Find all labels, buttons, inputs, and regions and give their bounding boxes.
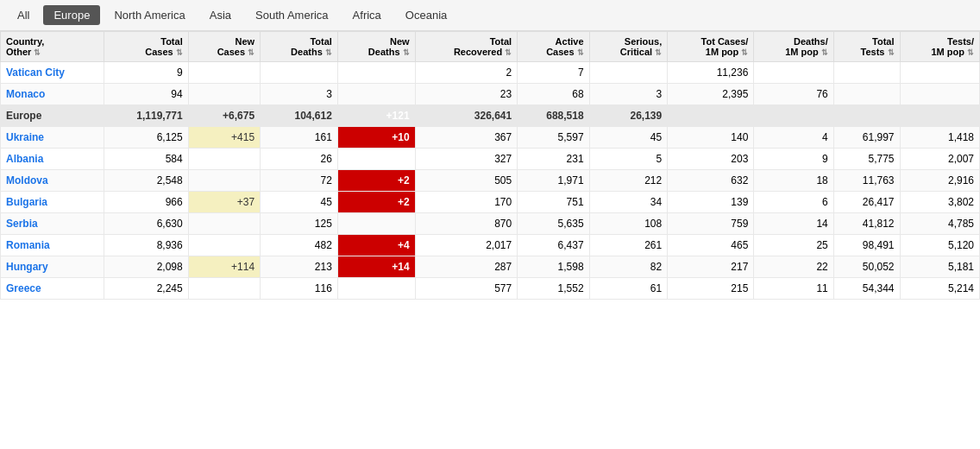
country-link[interactable]: Bulgaria (6, 196, 47, 208)
tab-north-america[interactable]: North America (104, 5, 195, 25)
table-row: Hungary2,098+114213+142871,598822172250,… (1, 256, 980, 278)
country-link[interactable]: Moldova (6, 174, 48, 187)
cell-0-11 (900, 62, 979, 84)
cell-7-9: 25 (754, 235, 833, 256)
sort-icon-8[interactable]: ⇅ (741, 48, 748, 57)
sort-icon-4[interactable]: ⇅ (403, 48, 410, 57)
data-table: Country,Other ⇅TotalCases ⇅NewCases ⇅Tot… (0, 31, 980, 300)
cell-7-11: 5,120 (900, 235, 979, 256)
tab-south-america[interactable]: South America (245, 5, 339, 25)
cell-6-10: 41,812 (833, 213, 900, 235)
cell-8-0[interactable]: Hungary (1, 256, 104, 278)
col-header-6[interactable]: ActiveCases ⇅ (518, 32, 589, 62)
cell-4-11: 2,916 (900, 170, 979, 192)
cell-3-5: 327 (415, 149, 518, 170)
col-header-10[interactable]: TotalTests ⇅ (833, 32, 900, 62)
sort-icon-5[interactable]: ⇅ (505, 48, 512, 57)
col-header-4[interactable]: NewDeaths ⇅ (337, 32, 415, 62)
table-row: Moldova2,54872+25051,9712126321811,7632,… (1, 170, 980, 192)
sort-icon-7[interactable]: ⇅ (655, 48, 662, 57)
cell-9-10: 54,344 (833, 278, 900, 300)
summary-cell-3: 104,612 (261, 105, 338, 127)
cell-1-0[interactable]: Monaco (1, 84, 104, 105)
cell-1-2 (188, 84, 260, 105)
cell-0-4 (337, 62, 415, 84)
sort-icon-6[interactable]: ⇅ (577, 48, 584, 57)
col-header-9[interactable]: Deaths/1M pop ⇅ (754, 32, 833, 62)
cell-0-5: 2 (415, 62, 518, 84)
cell-6-1: 6,630 (104, 213, 188, 235)
summary-cell-11 (900, 105, 979, 127)
cell-9-4 (337, 278, 415, 300)
cell-0-3 (261, 62, 338, 84)
cell-1-4 (337, 84, 415, 105)
col-header-5[interactable]: TotalRecovered ⇅ (415, 32, 518, 62)
tab-asia[interactable]: Asia (199, 5, 242, 25)
col-header-0[interactable]: Country,Other ⇅ (1, 32, 104, 62)
country-link[interactable]: Monaco (6, 88, 45, 100)
cell-0-8: 11,236 (668, 62, 754, 84)
cell-8-3: 213 (261, 256, 338, 278)
col-header-3[interactable]: TotalDeaths ⇅ (261, 32, 338, 62)
cell-7-4: +4 (337, 235, 415, 256)
country-link[interactable]: Greece (6, 282, 41, 294)
tab-africa[interactable]: Africa (342, 5, 392, 25)
col-header-8[interactable]: Tot Cases/1M pop ⇅ (668, 32, 754, 62)
tab-all[interactable]: All (7, 5, 40, 25)
summary-row: Europe1,119,771+6,675104,612+121326,6416… (1, 105, 980, 127)
country-link[interactable]: Serbia (6, 218, 38, 230)
country-link[interactable]: Vatican City (6, 66, 65, 79)
table-row: Greece2,2451165771,552612151154,3445,214 (1, 278, 980, 300)
country-link[interactable]: Albania (6, 153, 43, 165)
country-link[interactable]: Hungary (6, 261, 48, 273)
col-header-7[interactable]: Serious,Critical ⇅ (589, 32, 668, 62)
cell-3-1: 584 (104, 149, 188, 170)
table-row: Serbia6,6301258705,6351087591441,8124,78… (1, 213, 980, 235)
cell-2-6: 5,597 (518, 127, 589, 149)
cell-3-7: 5 (589, 149, 668, 170)
cell-5-2: +37 (188, 192, 260, 213)
sort-icon-1[interactable]: ⇅ (176, 48, 183, 57)
cell-2-0[interactable]: Ukraine (1, 127, 104, 149)
sort-icon-9[interactable]: ⇅ (821, 48, 828, 57)
tab-europe[interactable]: Europe (43, 5, 100, 25)
cell-4-10: 11,763 (833, 170, 900, 192)
sort-icon-0[interactable]: ⇅ (34, 48, 41, 57)
sort-icon-2[interactable]: ⇅ (248, 48, 254, 57)
cell-5-4: +2 (337, 192, 415, 213)
sort-icon-3[interactable]: ⇅ (325, 48, 332, 57)
cell-5-11: 3,802 (900, 192, 979, 213)
cell-4-0[interactable]: Moldova (1, 170, 104, 192)
col-header-2[interactable]: NewCases ⇅ (188, 32, 260, 62)
summary-cell-6: 688,518 (518, 105, 589, 127)
country-link[interactable]: Ukraine (6, 131, 44, 143)
cell-3-0[interactable]: Albania (1, 149, 104, 170)
cell-8-6: 1,598 (518, 256, 589, 278)
cell-9-7: 61 (589, 278, 668, 300)
col-header-11[interactable]: Tests/1M pop ⇅ (900, 32, 979, 62)
cell-5-9: 6 (754, 192, 833, 213)
cell-6-0[interactable]: Serbia (1, 213, 104, 235)
summary-cell-7: 26,139 (589, 105, 668, 127)
cell-7-0[interactable]: Romania (1, 235, 104, 256)
tab-oceania[interactable]: Oceania (395, 5, 457, 25)
country-link[interactable]: Romania (6, 239, 50, 251)
cell-0-2 (188, 62, 260, 84)
sort-icon-11[interactable]: ⇅ (967, 48, 974, 57)
cell-9-11: 5,214 (900, 278, 979, 300)
cell-8-10: 50,052 (833, 256, 900, 278)
sort-icon-10[interactable]: ⇅ (888, 48, 895, 57)
cell-9-8: 215 (668, 278, 754, 300)
cell-6-11: 4,785 (900, 213, 979, 235)
cell-9-0[interactable]: Greece (1, 278, 104, 300)
table-header-row: Country,Other ⇅TotalCases ⇅NewCases ⇅Tot… (1, 32, 980, 62)
col-header-1[interactable]: TotalCases ⇅ (104, 32, 188, 62)
cell-6-5: 870 (415, 213, 518, 235)
cell-5-0[interactable]: Bulgaria (1, 192, 104, 213)
cell-1-3: 3 (261, 84, 338, 105)
cell-0-0[interactable]: Vatican City (1, 62, 104, 84)
cell-0-7 (589, 62, 668, 84)
cell-8-1: 2,098 (104, 256, 188, 278)
cell-0-1: 9 (104, 62, 188, 84)
cell-7-8: 465 (668, 235, 754, 256)
